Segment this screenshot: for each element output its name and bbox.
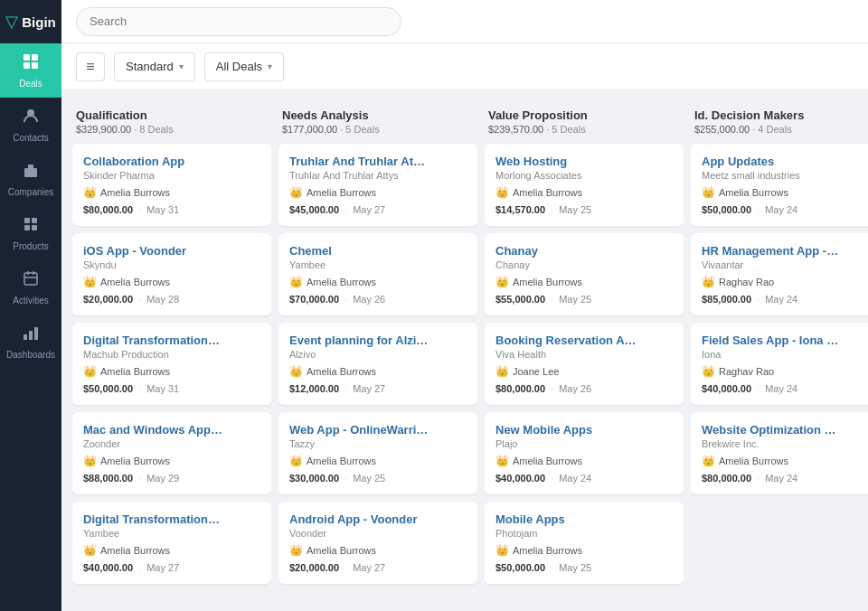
deal-separator: · bbox=[551, 562, 553, 573]
deal-separator: · bbox=[344, 562, 347, 573]
deal-footer: $14,570.00 · May 25 bbox=[495, 204, 673, 215]
sidebar-item-deals[interactable]: Deals bbox=[0, 43, 61, 98]
crown-icon: 👑 bbox=[83, 455, 97, 467]
deal-name: App Updates bbox=[702, 155, 868, 168]
deal-footer: $45,000.00 · May 27 bbox=[289, 204, 467, 215]
deal-date: May 27 bbox=[353, 204, 385, 215]
deal-owner: 👑 Amelia Burrows bbox=[289, 276, 467, 288]
table-row[interactable]: Digital Transformation… Machub Productio… bbox=[72, 323, 271, 405]
table-row[interactable]: Website Optimization … Brekwire Inc. 👑 A… bbox=[691, 412, 868, 494]
deal-date: May 31 bbox=[146, 204, 179, 215]
view-dropdown[interactable]: Standard ▾ bbox=[114, 52, 195, 81]
column-count-needs_analysis: 5 Deals bbox=[345, 124, 379, 135]
table-row[interactable]: Digital Transformation… Yambee 👑 Amelia … bbox=[72, 502, 271, 584]
owner-name: Amelia Burrows bbox=[513, 456, 582, 466]
owner-name: Amelia Burrows bbox=[513, 277, 582, 287]
logo-icon: ▽ bbox=[5, 12, 18, 32]
owner-name: Amelia Burrows bbox=[100, 366, 170, 377]
column-title-id_decision_makers: Id. Decision Makers bbox=[694, 108, 868, 122]
table-row[interactable]: Collaboration App Skinder Pharma 👑 Ameli… bbox=[72, 144, 271, 226]
sidebar-item-dashboards[interactable]: Dashboards bbox=[0, 315, 61, 369]
crown-icon: 👑 bbox=[702, 365, 715, 378]
table-row[interactable]: App Updates Meetz small industries 👑 Ame… bbox=[691, 144, 868, 226]
deal-separator: · bbox=[344, 383, 347, 394]
deal-name: New Mobile Apps bbox=[495, 423, 673, 437]
table-row[interactable]: Field Sales App - Iona … Iona 👑 Raghav R… bbox=[691, 323, 868, 405]
table-row[interactable]: Chanay Chanay 👑 Amelia Burrows $55,000.0… bbox=[485, 233, 684, 315]
deal-footer: $30,000.00 · May 25 bbox=[289, 473, 467, 484]
table-row[interactable]: Android App - Voonder Voonder 👑 Amelia B… bbox=[278, 502, 477, 584]
table-row[interactable]: HR Management App -… Vivaantar 👑 Raghav … bbox=[691, 233, 868, 315]
table-row[interactable]: Mobile Apps Photojam 👑 Amelia Burrows $5… bbox=[485, 502, 684, 584]
deals-dropdown[interactable]: All Deals ▾ bbox=[204, 52, 284, 81]
column-cards-id_decision_makers: App Updates Meetz small industries 👑 Ame… bbox=[691, 144, 868, 600]
deal-date: May 29 bbox=[146, 473, 179, 484]
table-row[interactable]: Mac and Windows App… Zoonder 👑 Amelia Bu… bbox=[72, 412, 271, 494]
deal-footer: $40,000.00 · May 24 bbox=[495, 473, 673, 484]
owner-name: Amelia Burrows bbox=[100, 187, 170, 198]
deal-footer: $70,000.00 · May 26 bbox=[289, 294, 467, 305]
deal-company: Machub Production bbox=[83, 349, 260, 360]
deal-date: May 25 bbox=[353, 473, 385, 484]
table-row[interactable]: Booking Reservation A… Viva Health 👑 Joa… bbox=[485, 323, 684, 405]
deal-owner: 👑 Amelia Burrows bbox=[702, 186, 868, 199]
deal-name: Digital Transformation… bbox=[83, 512, 260, 526]
table-row[interactable]: Web Hosting Morlong Associates 👑 Amelia … bbox=[485, 144, 684, 226]
deal-owner: 👑 Amelia Burrows bbox=[495, 544, 673, 557]
deal-amount: $55,000.00 bbox=[495, 294, 545, 305]
deal-separator: · bbox=[344, 204, 347, 215]
svg-rect-8 bbox=[32, 218, 37, 223]
owner-name: Amelia Burrows bbox=[719, 456, 788, 466]
deal-company: Voonder bbox=[289, 528, 467, 539]
owner-name: Joane Lee bbox=[513, 366, 559, 377]
deal-name: Digital Transformation… bbox=[83, 334, 260, 347]
deal-separator: · bbox=[757, 204, 760, 215]
deal-name: iOS App - Voonder bbox=[83, 244, 260, 258]
deal-separator: · bbox=[138, 383, 141, 394]
view-label: Standard bbox=[126, 60, 174, 73]
table-row[interactable]: iOS App - Voonder Skyndu 👑 Amelia Burrow… bbox=[72, 233, 271, 315]
deal-date: May 31 bbox=[146, 383, 179, 394]
search-input[interactable] bbox=[76, 7, 401, 36]
deal-amount: $40,000.00 bbox=[495, 473, 545, 484]
column-cards-value_proposition: Web Hosting Morlong Associates 👑 Amelia … bbox=[485, 144, 684, 600]
deal-owner: 👑 Amelia Burrows bbox=[83, 276, 260, 288]
crown-icon: 👑 bbox=[83, 365, 97, 378]
sidebar-item-products[interactable]: Products bbox=[0, 206, 61, 260]
sidebar-item-activities[interactable]: Activities bbox=[0, 260, 61, 315]
deal-company: Photojam bbox=[495, 528, 673, 539]
sidebar-item-contacts[interactable]: Contacts bbox=[0, 98, 61, 152]
deal-date: May 25 bbox=[559, 294, 591, 305]
column-cards-qualification: Collaboration App Skinder Pharma 👑 Ameli… bbox=[72, 144, 271, 600]
sidebar-item-companies[interactable]: Companies bbox=[0, 152, 61, 206]
crown-icon: 👑 bbox=[289, 276, 303, 288]
deal-owner: 👑 Amelia Burrows bbox=[83, 455, 260, 467]
crown-icon: 👑 bbox=[702, 455, 715, 467]
crown-icon: 👑 bbox=[702, 186, 715, 199]
column-qualification: Qualification $329,900.00 · 8 Deals Coll… bbox=[72, 101, 271, 600]
column-meta-value_proposition: $239,570.00 · 5 Deals bbox=[488, 124, 680, 135]
deal-company: Morlong Associates bbox=[495, 170, 673, 181]
table-row[interactable]: Truhlar And Truhlar At… Truhlar And Truh… bbox=[278, 144, 477, 226]
crown-icon: 👑 bbox=[83, 544, 97, 557]
deal-name: Booking Reservation A… bbox=[495, 334, 673, 347]
table-row[interactable]: Chemel Yambee 👑 Amelia Burrows $70,000.0… bbox=[278, 233, 477, 315]
table-row[interactable]: Web App - OnlineWarri… Tazzy 👑 Amelia Bu… bbox=[278, 412, 477, 494]
crown-icon: 👑 bbox=[495, 544, 509, 557]
deal-company: Skyndu bbox=[83, 259, 260, 270]
companies-icon bbox=[22, 161, 40, 183]
deal-separator: · bbox=[757, 473, 760, 484]
owner-name: Amelia Burrows bbox=[100, 456, 170, 466]
crown-icon: 👑 bbox=[495, 276, 509, 288]
filter-button[interactable]: ≡ bbox=[76, 52, 105, 81]
deal-company: Brekwire Inc. bbox=[702, 438, 868, 449]
deal-company: Truhlar And Truhlar Attys bbox=[289, 170, 467, 181]
deal-amount: $50,000.00 bbox=[702, 204, 751, 215]
svg-rect-3 bbox=[32, 62, 38, 69]
svg-rect-11 bbox=[24, 273, 37, 285]
table-row[interactable]: Event planning for Alzi… Alzivo 👑 Amelia… bbox=[278, 323, 477, 405]
deal-owner: 👑 Joane Lee bbox=[495, 365, 673, 378]
table-row[interactable]: New Mobile Apps Plajo 👑 Amelia Burrows $… bbox=[485, 412, 684, 494]
deals-icon bbox=[22, 52, 40, 75]
column-header-needs_analysis: Needs Analysis $177,000.00 · 5 Deals bbox=[278, 101, 477, 144]
